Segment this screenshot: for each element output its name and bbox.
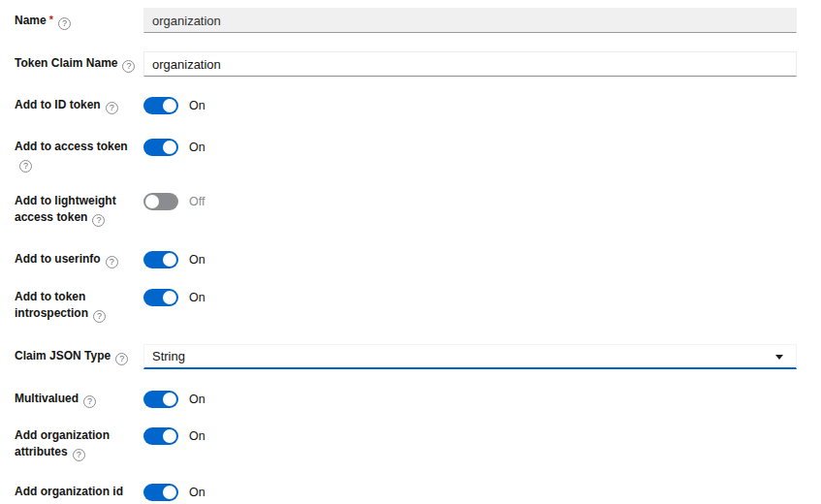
row-add-to-userinfo: Add to userinfo? On xyxy=(15,251,797,268)
add-organization-attributes-label: Add organization attributes xyxy=(15,428,110,458)
help-icon[interactable]: ? xyxy=(122,60,135,73)
row-add-to-lightweight-access-token: Add to lightweight access token? Off xyxy=(15,193,797,227)
add-to-token-introspection-toggle[interactable] xyxy=(143,289,178,306)
field-label: Add to token introspection? xyxy=(15,289,143,323)
toggle-knob xyxy=(163,253,176,267)
add-organization-id-label: Add organization id xyxy=(15,485,123,498)
row-name: Name*? xyxy=(15,8,797,33)
field-label: Name*? xyxy=(15,8,143,30)
claim-json-type-select[interactable]: String xyxy=(143,344,797,369)
toggle-knob xyxy=(163,141,176,154)
field-label: Multivalued? xyxy=(15,391,143,408)
mapper-settings-form: Name*? Token Claim Name? Add to ID token… xyxy=(0,0,821,504)
add-to-userinfo-label: Add to userinfo xyxy=(15,252,101,266)
row-add-organization-attributes: Add organization attributes? On xyxy=(15,427,797,461)
toggle-knob xyxy=(163,393,176,406)
multivalued-toggle[interactable] xyxy=(143,391,178,408)
field-label: Add organization attributes? xyxy=(15,427,143,461)
add-to-lightweight-access-token-toggle[interactable] xyxy=(143,193,178,210)
claim-json-type-label: Claim JSON Type xyxy=(15,349,111,362)
toggle-state-label: On xyxy=(189,97,205,114)
add-to-token-introspection-label: Add to token introspection xyxy=(15,290,88,320)
add-organization-attributes-toggle[interactable] xyxy=(143,427,178,445)
token-claim-name-label: Token Claim Name xyxy=(15,56,117,70)
help-icon[interactable]: ? xyxy=(83,395,96,408)
token-claim-name-input[interactable] xyxy=(143,51,797,77)
add-to-id-token-label: Add to ID token xyxy=(15,98,101,111)
toggle-state-label: On xyxy=(189,139,205,156)
help-icon[interactable]: ? xyxy=(115,353,128,365)
add-to-id-token-toggle[interactable] xyxy=(143,97,178,114)
field-label: Add to lightweight access token? xyxy=(15,193,143,227)
help-icon[interactable]: ? xyxy=(106,102,118,114)
help-icon[interactable]: ? xyxy=(106,256,118,268)
toggle-state-label: On xyxy=(189,427,205,445)
toggle-knob xyxy=(163,429,176,443)
row-token-claim-name: Token Claim Name? xyxy=(15,51,797,77)
row-add-to-id-token: Add to ID token? On xyxy=(15,97,797,114)
row-add-organization-id: Add organization id? On xyxy=(15,484,797,504)
field-label: Add organization id? xyxy=(15,484,143,504)
toggle-knob xyxy=(163,99,176,112)
toggle-knob xyxy=(163,291,176,304)
help-icon[interactable]: ? xyxy=(58,17,71,30)
help-icon[interactable]: ? xyxy=(73,449,85,461)
add-organization-id-toggle[interactable] xyxy=(143,484,178,501)
toggle-state-label: On xyxy=(189,289,205,306)
row-claim-json-type: Claim JSON Type? String xyxy=(15,344,797,369)
toggle-state-label: On xyxy=(189,484,205,501)
required-asterisk: * xyxy=(49,14,53,25)
toggle-knob xyxy=(163,486,176,499)
help-icon[interactable]: ? xyxy=(93,310,106,323)
help-icon[interactable]: ? xyxy=(92,214,105,227)
multivalued-label: Multivalued xyxy=(15,392,79,405)
add-to-userinfo-toggle[interactable] xyxy=(143,251,178,268)
add-to-access-token-toggle[interactable] xyxy=(143,139,178,156)
name-label: Name xyxy=(15,14,47,27)
help-icon[interactable]: ? xyxy=(19,160,32,173)
field-label: Add to userinfo? xyxy=(15,251,143,268)
row-add-to-access-token: Add to access token? On xyxy=(15,139,797,173)
toggle-state-label: Off xyxy=(189,193,205,210)
add-to-access-token-label: Add to access token xyxy=(15,140,128,153)
toggle-state-label: On xyxy=(189,251,205,268)
toggle-knob xyxy=(145,195,159,208)
selected-option-label: String xyxy=(152,349,185,363)
field-label: Add to ID token? xyxy=(15,97,143,114)
field-label: Add to access token? xyxy=(15,139,143,173)
row-multivalued: Multivalued? On xyxy=(15,391,797,408)
row-add-to-token-introspection: Add to token introspection? On xyxy=(15,289,797,323)
field-label: Token Claim Name? xyxy=(15,51,143,73)
field-label: Claim JSON Type? xyxy=(15,344,143,365)
toggle-state-label: On xyxy=(189,391,205,408)
name-input xyxy=(143,8,797,33)
caret-down-icon xyxy=(775,355,783,360)
